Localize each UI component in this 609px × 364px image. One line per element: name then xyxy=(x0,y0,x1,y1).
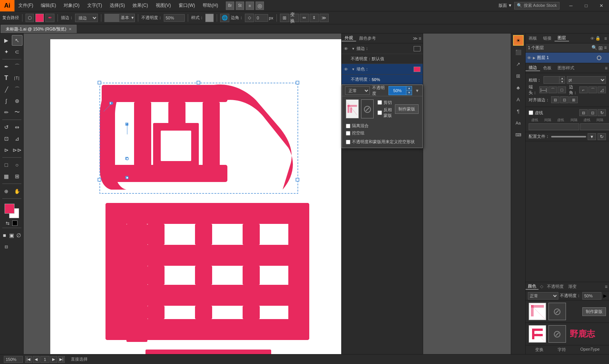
default-colors-icon[interactable] xyxy=(12,220,18,226)
pencil-tool[interactable]: ✏ xyxy=(1,107,12,118)
transform-btn[interactable]: 变换 xyxy=(290,14,299,22)
clip-checkbox[interactable] xyxy=(377,100,382,105)
popup-expand-arrow[interactable]: ▼ xyxy=(415,88,419,93)
source-thumbnail[interactable] xyxy=(346,99,359,118)
arc-tool[interactable]: ⌒ xyxy=(12,84,22,95)
corner-bevel-btn[interactable]: ◿ xyxy=(598,86,606,93)
fill-visibility-eye[interactable]: 👁 xyxy=(344,67,350,72)
zoom-input[interactable] xyxy=(4,356,23,363)
invert-checkbox-label[interactable]: 反相蒙版 xyxy=(377,107,393,118)
hand-tool[interactable]: ✋ xyxy=(12,186,22,196)
links-tab[interactable]: 链接 xyxy=(540,35,555,41)
menu-view[interactable]: 视图(V) xyxy=(152,0,175,11)
menu-edit[interactable]: 编辑(E) xyxy=(37,0,60,11)
stroke-color-preview[interactable] xyxy=(414,46,420,51)
shear-tool[interactable]: ⊿ xyxy=(12,133,22,144)
page-input[interactable] xyxy=(40,356,50,363)
width-tool[interactable]: ⊳ xyxy=(1,145,12,155)
no-fill-mode[interactable]: ∅ xyxy=(15,230,22,241)
make-mask-button[interactable]: 制作蒙版 xyxy=(395,104,419,114)
warp-tool[interactable]: ⊳⊳ xyxy=(12,145,22,155)
maximize-button[interactable]: □ xyxy=(579,0,594,11)
more-transforms-btn[interactable]: ≫ xyxy=(320,14,329,22)
profile-flip-btn[interactable]: ↻ xyxy=(598,133,606,140)
character-label-btn[interactable]: 字符 xyxy=(558,347,566,353)
corner-type-btn[interactable]: ◇ xyxy=(245,14,254,22)
bottom-make-mask-btn[interactable]: 制作蒙版 xyxy=(582,307,606,316)
boards-tab[interactable]: 画板 xyxy=(526,35,540,41)
layer-expand-arrow[interactable]: ▶ xyxy=(533,56,535,60)
align-icon-btn[interactable]: ⊞ xyxy=(513,70,524,81)
menu-text[interactable]: 文字(T) xyxy=(83,0,106,11)
appearance-tab[interactable]: 外观 xyxy=(342,35,356,42)
layer-target-indicator[interactable] xyxy=(597,56,601,60)
transparency-tab[interactable]: 不透明度 xyxy=(545,284,566,289)
nav-last-btn[interactable]: ▶| xyxy=(58,356,65,363)
fill-expand-arrow[interactable]: ▼ xyxy=(352,67,355,71)
profile-select-btn[interactable]: ▼ xyxy=(588,133,596,140)
weight-down-btn[interactable]: ▼ xyxy=(559,80,565,83)
panel-expand-icon[interactable]: ≫ xyxy=(413,36,418,41)
clip-checkbox-label[interactable]: 剪切 xyxy=(377,100,393,105)
appearance-icon-btn[interactable]: ☀ xyxy=(513,35,524,46)
flip-h-btn[interactable]: ⇔ xyxy=(300,14,309,22)
flip-v-btn[interactable]: ⇕ xyxy=(310,14,319,22)
opentype-icon-btn[interactable]: Aa xyxy=(513,118,524,128)
color-tab[interactable]: 颜色 xyxy=(526,283,539,290)
gradient-tab[interactable]: 渐变 xyxy=(566,284,579,289)
bottom-blend-select[interactable]: 正常 xyxy=(528,292,558,300)
tab-close-button[interactable]: ✕ xyxy=(69,27,72,31)
toolbar-world-icon[interactable]: 🌐 xyxy=(220,14,229,22)
graphic-styles-panel-tab[interactable]: 图形样式 xyxy=(555,65,577,71)
lasso-tool[interactable]: ⊂ xyxy=(12,46,22,57)
nav-first-btn[interactable]: |◀ xyxy=(25,356,32,363)
bottom-no-mask-thumb[interactable]: ⊘ xyxy=(548,303,566,320)
line-tool[interactable]: ╱ xyxy=(1,84,12,95)
popup-opacity-input[interactable] xyxy=(389,86,406,95)
scale-tool[interactable]: ⊡ xyxy=(1,133,12,144)
pathfinder-icon-btn[interactable]: ♣ xyxy=(513,82,524,93)
isolate-checkbox[interactable] xyxy=(346,124,350,128)
layers-tab[interactable]: 图层 xyxy=(555,35,569,42)
stroke-weight-input[interactable] xyxy=(544,77,559,83)
align-outside-btn[interactable]: ⊞ xyxy=(569,96,578,103)
close-button[interactable]: ✕ xyxy=(594,0,609,11)
menu-object[interactable]: 对象(O) xyxy=(60,0,83,11)
menu-help[interactable]: 帮助(H) xyxy=(199,0,222,11)
blend-mode-select[interactable]: 正常 xyxy=(345,86,370,95)
transform-icon-btn[interactable]: ↗ xyxy=(513,59,524,69)
nav-prev-btn[interactable]: ◀ xyxy=(33,356,40,363)
dashes-checkbox[interactable] xyxy=(529,110,533,115)
select-tool[interactable]: ▶ xyxy=(1,35,12,46)
fill-color-preview[interactable] xyxy=(414,67,420,72)
opacity-up-btn[interactable]: ▲ xyxy=(406,86,412,91)
rectangle-tool[interactable]: □ xyxy=(1,160,12,170)
direct-select-tool[interactable]: ↖ xyxy=(12,35,22,46)
layer-lock-toggle[interactable] xyxy=(603,56,607,60)
corner-round-btn[interactable]: ⌒ xyxy=(588,86,597,93)
type-vertical-tool[interactable]: |T| xyxy=(12,73,22,83)
extension-icon-2[interactable]: St xyxy=(236,2,244,10)
layers-panel-menu-icon[interactable]: ≡ xyxy=(602,34,609,43)
toolbar-shape-btn[interactable]: ⬡ xyxy=(26,14,34,22)
stroke-expand-arrow[interactable]: ▼ xyxy=(352,47,355,51)
menu-window[interactable]: 窗口(W) xyxy=(175,0,199,11)
curvature-tool[interactable]: ⌒ xyxy=(12,61,22,72)
cap-round-btn[interactable]: ⌒ xyxy=(548,86,557,93)
reload-icon[interactable]: ↻ xyxy=(598,109,606,116)
cap-square-btn[interactable]: □ xyxy=(558,86,566,93)
toolbar-pen-icon[interactable]: ✒ xyxy=(45,14,54,22)
reflect-tool[interactable]: ⇔ xyxy=(12,122,22,133)
opentype-label-btn[interactable]: OpenType xyxy=(580,347,600,353)
weight-unit-select[interactable]: pt px xyxy=(567,76,606,84)
align-inside-btn[interactable]: ⊡ xyxy=(560,96,569,103)
align-center-btn[interactable]: ⊟ xyxy=(551,96,559,103)
invert-checkbox[interactable] xyxy=(377,110,382,115)
zoom-tool[interactable]: ⊕ xyxy=(1,186,12,196)
menu-effect[interactable]: 效果(C) xyxy=(129,0,152,11)
pen-tool[interactable]: ✒ xyxy=(1,61,12,72)
opacity-down-btn[interactable]: ▼ xyxy=(406,91,412,95)
panel-menu-icon[interactable]: ≡ xyxy=(419,36,421,41)
paintbrush-tool[interactable]: ∫ xyxy=(1,96,12,106)
fill-color-mode[interactable]: ■ xyxy=(1,230,8,241)
